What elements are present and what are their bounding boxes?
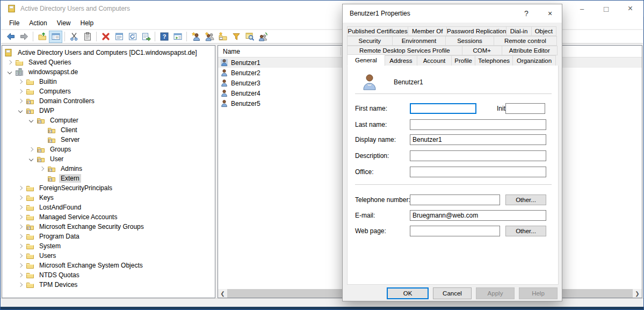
tree-item-user[interactable]: User bbox=[2, 154, 215, 164]
tab-remote-control[interactable]: Remote control bbox=[494, 36, 557, 46]
first-name-input[interactable] bbox=[410, 103, 476, 114]
expander-open-icon[interactable] bbox=[26, 119, 37, 122]
expander-closed-icon[interactable] bbox=[15, 196, 26, 199]
telephone-number-other-button[interactable]: Other... bbox=[505, 194, 546, 205]
menu-view[interactable]: View bbox=[52, 18, 76, 28]
menu-action[interactable]: Action bbox=[24, 18, 52, 28]
scroll-left-arrow-icon[interactable]: ❮ bbox=[218, 289, 227, 298]
export-list-icon[interactable] bbox=[139, 31, 153, 43]
tree-item-keys[interactable]: Keys bbox=[2, 193, 215, 203]
paste-icon[interactable] bbox=[81, 31, 94, 43]
expander-closed-icon[interactable] bbox=[15, 186, 26, 190]
help-icon[interactable]: ? bbox=[157, 31, 171, 43]
find-icon[interactable] bbox=[243, 31, 256, 43]
tree-item-domain-controllers[interactable]: Domain Controllers bbox=[2, 96, 215, 106]
tree-item-builtin[interactable]: Builtin bbox=[2, 77, 215, 86]
ok-button[interactable]: OK bbox=[387, 287, 429, 299]
tree-item-computers[interactable]: Computers bbox=[2, 86, 215, 96]
expander-closed-icon[interactable] bbox=[15, 235, 26, 238]
close-button[interactable]: × bbox=[618, 1, 642, 17]
forward-icon[interactable] bbox=[17, 31, 31, 43]
office-input[interactable] bbox=[410, 167, 546, 177]
tree-item-users[interactable]: Users bbox=[2, 251, 215, 261]
expander-closed-icon[interactable] bbox=[15, 206, 26, 209]
change-domain-icon[interactable] bbox=[256, 31, 270, 43]
expander-closed-icon[interactable] bbox=[15, 225, 26, 228]
new-ou-icon[interactable] bbox=[216, 31, 229, 43]
tab-dial-in[interactable]: Dial-in bbox=[506, 26, 531, 36]
expander-closed-icon[interactable] bbox=[26, 148, 37, 151]
tree-item-ntds-quotas[interactable]: NTDS Quotas bbox=[2, 270, 215, 280]
tree-item-dwp[interactable]: DWP bbox=[2, 106, 215, 116]
console-tree-pane[interactable]: Active Directory Users and Computers [DC… bbox=[2, 45, 215, 298]
tree-item-groups[interactable]: Groups bbox=[2, 145, 215, 154]
tab-account[interactable]: Account bbox=[417, 55, 452, 66]
tab-object[interactable]: Object bbox=[531, 26, 556, 36]
e-mail-input[interactable] bbox=[410, 210, 546, 221]
tab-sessions[interactable]: Sessions bbox=[445, 36, 494, 46]
tree-item-system[interactable]: System bbox=[2, 241, 215, 251]
expander-closed-icon[interactable] bbox=[15, 254, 26, 257]
web-page-other-button[interactable]: Other... bbox=[505, 226, 546, 236]
expander-closed-icon[interactable] bbox=[15, 90, 26, 93]
expander-closed-icon[interactable] bbox=[15, 99, 26, 103]
tree-item-microsoft-exchange-system-objects[interactable]: Microsoft Exchange System Objects bbox=[2, 261, 215, 270]
initials-input[interactable] bbox=[505, 103, 545, 114]
maximize-button[interactable]: □ bbox=[594, 1, 618, 17]
tab-environment[interactable]: Environment bbox=[392, 36, 446, 46]
expander-closed-icon[interactable] bbox=[15, 283, 26, 286]
refresh-icon[interactable] bbox=[126, 31, 139, 43]
menu-file[interactable]: File bbox=[4, 18, 24, 28]
tree-item-lostandfound[interactable]: LostAndFound bbox=[2, 203, 215, 212]
expander-closed-icon[interactable] bbox=[15, 264, 26, 267]
tree-item-windowspapst-de[interactable]: windowspapst.de bbox=[2, 67, 215, 77]
web-page-input[interactable] bbox=[410, 226, 500, 236]
tree-item-extern[interactable]: Extern bbox=[2, 174, 215, 183]
expander-open-icon[interactable] bbox=[26, 157, 37, 161]
cut-icon[interactable] bbox=[67, 31, 81, 43]
tree-item-microsoft-exchange-security-groups[interactable]: Microsoft Exchange Security Groups bbox=[2, 222, 215, 232]
expander-open-icon[interactable] bbox=[15, 109, 26, 112]
scroll-right-arrow-icon[interactable]: ❯ bbox=[633, 289, 642, 298]
tab-telephones[interactable]: Telephones bbox=[475, 55, 513, 66]
telephone-number-input[interactable] bbox=[410, 194, 500, 205]
expander-closed-icon[interactable] bbox=[4, 61, 15, 64]
tree-item-managed-service-accounts[interactable]: Managed Service Accounts bbox=[2, 212, 215, 222]
tree-item-saved-queries[interactable]: Saved Queries bbox=[2, 57, 215, 67]
tab-member-of[interactable]: Member Of bbox=[408, 26, 447, 36]
tree-item-active-directory-users-and-computers-dc1-windowspapst-de[interactable]: Active Directory Users and Computers [DC… bbox=[2, 48, 215, 57]
delete-icon[interactable] bbox=[99, 31, 112, 43]
description-input[interactable] bbox=[410, 150, 546, 161]
tab-password-replication[interactable]: Password Replication bbox=[446, 26, 506, 36]
expander-closed-icon[interactable] bbox=[37, 167, 47, 170]
new-group-icon[interactable] bbox=[202, 31, 216, 43]
tab-organization[interactable]: Organization bbox=[512, 55, 556, 66]
cancel-button[interactable]: Cancel bbox=[433, 287, 472, 299]
tree-item-client[interactable]: Client bbox=[2, 125, 215, 135]
dialog-help-button[interactable]: ? bbox=[515, 4, 538, 23]
minimize-button[interactable]: – bbox=[570, 1, 594, 17]
tab-address[interactable]: Address bbox=[385, 55, 417, 66]
show-console-tree-icon[interactable] bbox=[49, 31, 62, 43]
expander-closed-icon[interactable] bbox=[15, 80, 26, 83]
display-name-input[interactable] bbox=[410, 134, 546, 145]
expander-closed-icon[interactable] bbox=[15, 215, 26, 219]
tree-item-admins[interactable]: Admins bbox=[2, 164, 215, 174]
tree-item-foreignsecurityprincipals[interactable]: ForeignSecurityPrincipals bbox=[2, 183, 215, 193]
tree-item-server[interactable]: Server bbox=[2, 135, 215, 145]
tab-profile[interactable]: Profile bbox=[451, 55, 475, 66]
tab-general[interactable]: General bbox=[347, 54, 385, 66]
dialog-close-button[interactable]: × bbox=[538, 4, 562, 23]
expander-closed-icon[interactable] bbox=[15, 244, 26, 248]
menu-help[interactable]: Help bbox=[76, 18, 99, 28]
new-user-icon[interactable] bbox=[189, 31, 202, 43]
last-name-input[interactable] bbox=[410, 119, 546, 130]
new-window-icon[interactable] bbox=[171, 31, 184, 43]
up-one-level-icon[interactable] bbox=[35, 31, 49, 43]
tree-item-program-data[interactable]: Program Data bbox=[2, 232, 215, 241]
tab-com[interactable]: COM+ bbox=[462, 46, 502, 55]
tab-security[interactable]: Security bbox=[347, 36, 393, 46]
expander-open-icon[interactable] bbox=[4, 70, 15, 74]
tree-item-tpm-devices[interactable]: TPM Devices bbox=[2, 280, 215, 290]
column-divider[interactable] bbox=[341, 47, 341, 55]
